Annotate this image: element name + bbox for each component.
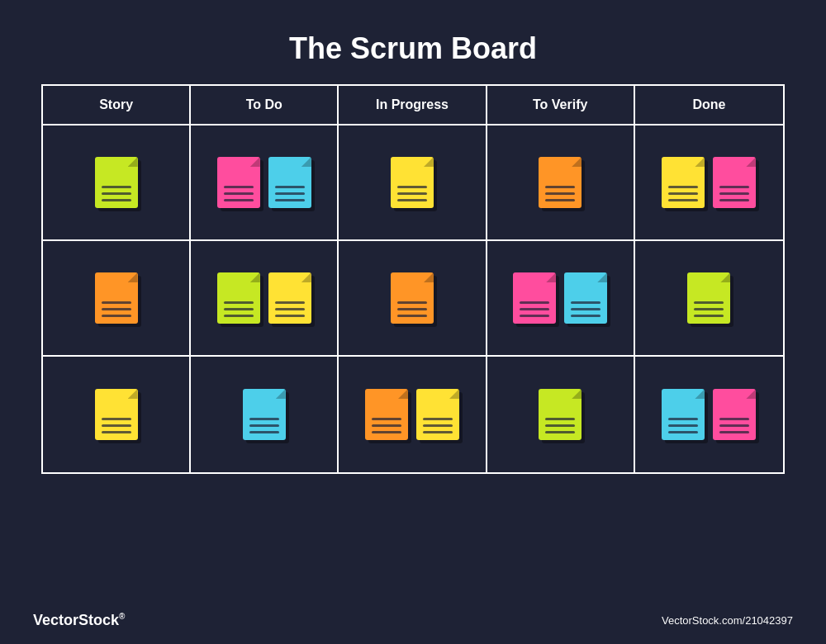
card-line bbox=[545, 418, 575, 420]
card-line bbox=[224, 308, 254, 310]
card-lines bbox=[391, 301, 434, 317]
card-cyan bbox=[268, 157, 311, 208]
cell-r0-c1 bbox=[191, 125, 339, 241]
card-wrap bbox=[95, 389, 138, 440]
card-line bbox=[102, 315, 131, 317]
card-line bbox=[397, 199, 427, 201]
card-line bbox=[372, 431, 401, 433]
card-line bbox=[397, 315, 427, 317]
card-line bbox=[372, 418, 401, 420]
card-wrap bbox=[713, 389, 756, 440]
card-pink bbox=[513, 272, 556, 324]
card-lines bbox=[662, 418, 705, 433]
cell-r0-c4 bbox=[635, 125, 783, 241]
card-line bbox=[224, 192, 254, 195]
card-lines bbox=[217, 186, 260, 201]
card-lines bbox=[95, 186, 138, 201]
card-lines bbox=[539, 418, 582, 433]
card-lines bbox=[513, 301, 556, 317]
card-wrap bbox=[268, 272, 311, 324]
card-cyan bbox=[662, 389, 705, 440]
card-line bbox=[102, 308, 131, 310]
cell-r2-c1 bbox=[191, 357, 339, 472]
card-lines bbox=[365, 418, 408, 433]
card-line bbox=[520, 301, 549, 304]
card-wrap bbox=[713, 157, 756, 208]
cell-r2-c0 bbox=[43, 357, 191, 472]
card-line bbox=[719, 424, 749, 427]
card-line bbox=[102, 301, 131, 304]
card-yellow bbox=[268, 272, 311, 324]
col-header-story: Story bbox=[43, 86, 191, 124]
card-wrap bbox=[95, 272, 138, 324]
scrum-board: StoryTo DoIn ProgressTo VerifyDone bbox=[41, 84, 785, 474]
card-cyan bbox=[243, 389, 286, 440]
card-line bbox=[719, 192, 749, 195]
card-orange bbox=[95, 272, 138, 324]
card-yellow bbox=[95, 389, 138, 440]
card-pink bbox=[713, 157, 756, 208]
card-line bbox=[102, 186, 131, 188]
card-line bbox=[520, 315, 549, 317]
card-lines bbox=[268, 186, 311, 201]
card-line bbox=[423, 431, 453, 433]
card-line bbox=[520, 308, 549, 310]
cell-r2-c4 bbox=[635, 357, 783, 472]
card-lines bbox=[564, 301, 607, 317]
brand-logo: VectorStock® bbox=[33, 612, 125, 629]
card-lines bbox=[539, 186, 582, 201]
cell-r0-c0 bbox=[43, 125, 191, 241]
card-line bbox=[249, 418, 279, 420]
cell-r1-c1 bbox=[191, 241, 339, 357]
card-lines bbox=[416, 418, 459, 433]
card-yellow bbox=[662, 157, 705, 208]
card-line bbox=[668, 186, 698, 188]
card-lines bbox=[268, 301, 311, 317]
col-header-done: Done bbox=[635, 86, 783, 124]
card-wrap bbox=[662, 389, 705, 440]
cell-r1-c3 bbox=[487, 241, 635, 357]
card-line bbox=[668, 418, 698, 420]
card-lines bbox=[95, 418, 138, 433]
cell-r1-c4 bbox=[635, 241, 783, 357]
card-orange bbox=[365, 389, 408, 440]
footer-url: VectorStock.com/21042397 bbox=[662, 614, 793, 627]
card-lime bbox=[539, 389, 582, 440]
card-wrap bbox=[217, 157, 260, 208]
card-lime bbox=[687, 272, 730, 324]
card-wrap bbox=[243, 389, 286, 440]
card-line bbox=[719, 431, 749, 433]
card-line bbox=[668, 424, 698, 427]
card-orange bbox=[391, 272, 434, 324]
card-line bbox=[423, 418, 453, 420]
card-line bbox=[668, 431, 698, 433]
card-line bbox=[571, 308, 601, 310]
card-lime bbox=[217, 272, 260, 324]
card-line bbox=[102, 431, 131, 433]
card-lime bbox=[95, 157, 138, 208]
card-wrap bbox=[539, 389, 582, 440]
card-lines bbox=[662, 186, 705, 201]
card-line bbox=[545, 199, 575, 201]
cell-r0-c2 bbox=[339, 125, 487, 241]
board-header: StoryTo DoIn ProgressTo VerifyDone bbox=[43, 86, 783, 125]
card-wrap bbox=[365, 389, 408, 440]
cell-r1-c0 bbox=[43, 241, 191, 357]
card-line bbox=[719, 418, 749, 420]
col-header-to-do: To Do bbox=[191, 86, 339, 124]
card-line bbox=[397, 308, 427, 310]
card-wrap bbox=[687, 272, 730, 324]
card-wrap bbox=[268, 157, 311, 208]
card-line bbox=[102, 192, 131, 195]
card-line bbox=[694, 301, 724, 304]
card-wrap bbox=[662, 157, 705, 208]
card-line bbox=[545, 192, 575, 195]
cell-r2-c2 bbox=[339, 357, 487, 472]
card-line bbox=[545, 431, 575, 433]
card-lines bbox=[243, 418, 286, 433]
cell-r2-c3 bbox=[487, 357, 635, 472]
card-wrap bbox=[564, 272, 607, 324]
card-line bbox=[275, 199, 305, 201]
card-line bbox=[249, 424, 279, 427]
card-line bbox=[545, 424, 575, 427]
